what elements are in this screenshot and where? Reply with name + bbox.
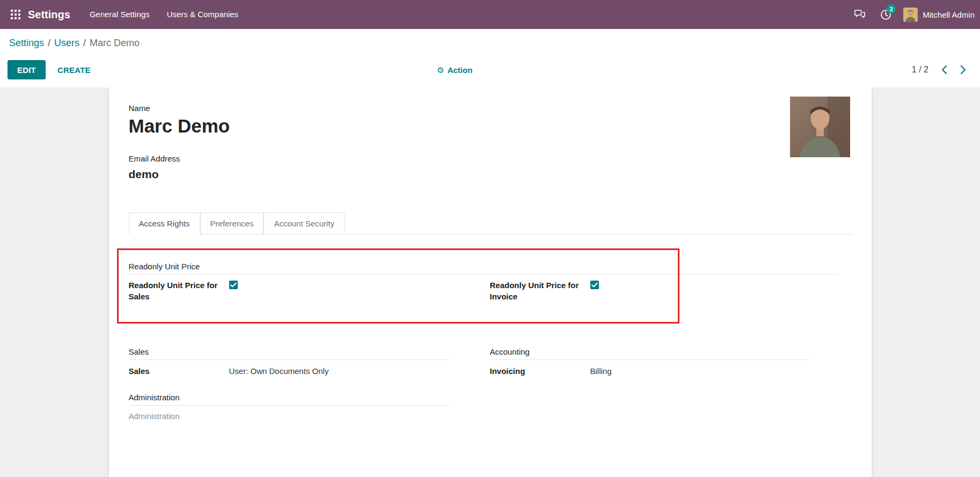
- group-title-readonly-unit-price: Readonly Unit Price: [129, 261, 837, 275]
- group-title-sales: Sales: [129, 347, 449, 360]
- user-photo: [790, 97, 850, 157]
- breadcrumb-users[interactable]: Users: [54, 38, 79, 48]
- breadcrumb: Settings/Users/Marc Demo: [0, 29, 980, 49]
- email-field-label: Email Address: [129, 153, 852, 164]
- action-label: Action: [448, 65, 473, 75]
- breadcrumb-current: Marc Demo: [90, 38, 140, 48]
- field-invoicing: Invoicing Billing: [490, 365, 810, 377]
- breadcrumb-separator: /: [83, 38, 86, 48]
- group-title-accounting: Accounting: [490, 347, 810, 360]
- field-value-invoicing: Billing: [590, 365, 612, 377]
- user-name: Mitchell Admin: [923, 10, 975, 19]
- field-readonly-unit-price-invoice: Readonly Unit Price for Invoice: [490, 280, 810, 302]
- form-sheet: Name Marc Demo Email Address demo: [109, 87, 872, 477]
- create-button[interactable]: CREATE: [57, 65, 91, 75]
- activity-clock-icon[interactable]: 2: [874, 0, 897, 29]
- checkbox-readonly-sales-checked-icon[interactable]: [229, 281, 238, 289]
- notebook-tabs: Access Rights Preferences Account Securi…: [129, 212, 852, 234]
- field-label-readonly-invoice: Readonly Unit Price for Invoice: [490, 280, 590, 302]
- messages-icon[interactable]: [849, 0, 871, 29]
- apps-grid-icon[interactable]: [6, 0, 25, 29]
- tab-content-access-rights: Readonly Unit Price Readonly Unit Price …: [129, 234, 852, 422]
- control-panel: EDIT CREATE ⚙ Action 1 / 2: [0, 60, 980, 87]
- chevron-right-icon[interactable]: [960, 65, 966, 75]
- group-accounting: Accounting Invoicing Billing: [490, 347, 810, 377]
- group-sales: Sales Sales User: Own Documents Only: [129, 347, 449, 377]
- group-administration: Administration Administration: [129, 392, 449, 422]
- breadcrumb-separator: /: [48, 38, 50, 48]
- pager-value: 1 / 2: [912, 65, 928, 75]
- action-menu-button[interactable]: ⚙ Action: [437, 65, 472, 75]
- checkbox-readonly-invoice-checked-icon[interactable]: [590, 281, 599, 289]
- app-title: Settings: [28, 9, 70, 21]
- pager: 1 / 2: [912, 65, 966, 75]
- tab-preferences[interactable]: Preferences: [200, 212, 264, 234]
- field-value-sales: User: Own Documents Only: [229, 365, 329, 377]
- menu-users-companies[interactable]: Users & Companies: [158, 0, 247, 29]
- group-title-administration: Administration: [129, 392, 449, 406]
- field-label-sales: Sales: [129, 365, 229, 377]
- tab-access-rights[interactable]: Access Rights: [129, 212, 200, 234]
- group-readonly-unit-price: Readonly Unit Price Readonly Unit Price …: [129, 261, 852, 302]
- field-administration-muted: Administration: [129, 410, 449, 422]
- user-record-name: Marc Demo: [129, 115, 852, 137]
- edit-button[interactable]: EDIT: [8, 60, 46, 79]
- name-field-label: Name: [129, 103, 852, 114]
- tab-account-security[interactable]: Account Security: [264, 212, 345, 234]
- breadcrumb-settings[interactable]: Settings: [9, 38, 44, 48]
- email-field-value: demo: [129, 167, 852, 181]
- chevron-left-icon[interactable]: [941, 65, 947, 75]
- activity-badge: 2: [887, 4, 896, 13]
- field-readonly-unit-price-sales: Readonly Unit Price for Sales: [129, 280, 449, 302]
- gear-icon: ⚙: [437, 66, 444, 74]
- field-sales: Sales User: Own Documents Only: [129, 365, 449, 377]
- systray: 2 Mitchell Admin: [849, 0, 980, 29]
- top-navbar: Settings General Settings Users & Compan…: [0, 0, 980, 29]
- user-avatar-small: [903, 8, 918, 22]
- field-label-invoicing: Invoicing: [490, 365, 590, 377]
- user-menu[interactable]: Mitchell Admin: [900, 8, 978, 22]
- field-label-readonly-sales: Readonly Unit Price for Sales: [129, 280, 229, 302]
- content-area: Name Marc Demo Email Address demo: [0, 87, 980, 477]
- menu-general-settings[interactable]: General Settings: [81, 0, 158, 29]
